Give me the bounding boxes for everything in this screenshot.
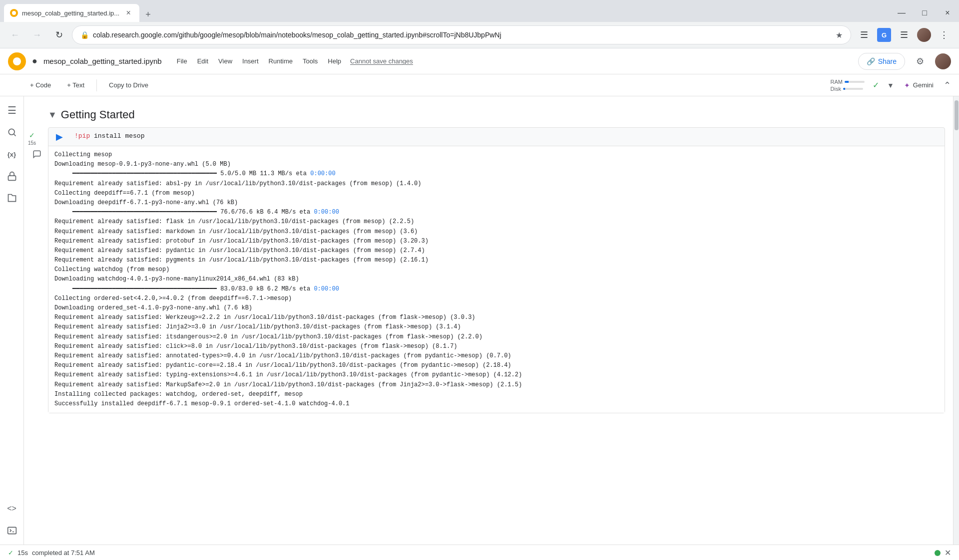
profile-button[interactable] xyxy=(915,26,933,44)
menu-file[interactable]: File xyxy=(172,54,192,68)
browser-chrome: mesop_colab_getting_started.ip... × + — … xyxy=(0,0,959,48)
output-line-progress-2: ━━━━━━━━━━━━━━━━━━━━━━━━━━━━━━━━━━━━━━━━… xyxy=(54,208,939,217)
scrollbar[interactable] xyxy=(953,96,959,545)
sidebar-files-icon[interactable] xyxy=(2,188,22,208)
ram-disk-indicator: RAM Disk ✓ ▼ xyxy=(831,77,894,93)
add-text-label: + Text xyxy=(67,81,84,89)
notebook-filename: mesop_colab_getting_started.ipynb xyxy=(43,57,162,65)
colab-sidebar: ☰ {x} <> xyxy=(0,96,24,545)
gemini-label: Gemini xyxy=(913,81,934,89)
disk-bar xyxy=(843,88,863,90)
add-text-button[interactable]: + Text xyxy=(61,78,90,92)
output-line-22: Requirement already satisfied: MarkupSaf… xyxy=(54,380,939,390)
address-bar[interactable]: 🔒 colab.research.google.com/github/googl… xyxy=(72,25,851,44)
ram-label: RAM xyxy=(831,79,843,85)
menu-edit[interactable]: Edit xyxy=(192,54,213,68)
minimize-button[interactable]: — xyxy=(890,4,913,22)
eta-link-3: 0:00:00 xyxy=(314,285,339,292)
maximize-button[interactable]: □ xyxy=(913,4,936,22)
colab-main: ☰ {x} <> xyxy=(0,96,959,545)
sidebar-terminal-icon[interactable] xyxy=(2,521,22,541)
section-title: Getting Started xyxy=(61,108,135,121)
output-line-progress-3: ━━━━━━━━━━━━━━━━━━━━━━━━━━━━━━━━━━━━━━━━… xyxy=(54,284,939,294)
colab-topbar: ● mesop_colab_getting_started.ipynb File… xyxy=(0,48,959,74)
copy-to-drive-button[interactable]: Copy to Drive xyxy=(103,78,154,92)
output-line-18: Requirement already satisfied: click>=8.… xyxy=(54,342,939,351)
cell-code-display: !pip install mesop xyxy=(70,130,148,144)
output-line-19: Requirement already satisfied: annotated… xyxy=(54,351,939,361)
output-section-icon[interactable] xyxy=(32,150,41,161)
status-close-button[interactable]: ✕ xyxy=(945,548,951,558)
play-icon: ▶ xyxy=(56,131,63,142)
toolbar-divider xyxy=(96,79,97,91)
output-line-progress-1: ━━━━━━━━━━━━━━━━━━━━━━━━━━━━━━━━━━━━━━━━… xyxy=(54,169,939,179)
settings-button[interactable]: ⚙ xyxy=(911,52,929,70)
output-line-10: Requirement already satisfied: pygments … xyxy=(54,256,939,265)
active-tab[interactable]: mesop_colab_getting_started.ip... × xyxy=(4,4,139,22)
forward-button[interactable]: → xyxy=(28,26,46,44)
section-getting-started: ▼ Getting Started xyxy=(24,104,953,125)
more-button[interactable]: ⋮ xyxy=(935,26,953,44)
tab-title: mesop_colab_getting_started.ip... xyxy=(22,9,119,17)
user-avatar[interactable] xyxy=(935,53,951,69)
topbar-right: 🔗 Share ⚙ xyxy=(858,52,951,70)
sidebar-code-icon[interactable]: <> xyxy=(2,499,22,519)
connect-dropdown-button[interactable]: ▼ xyxy=(887,81,894,89)
back-button[interactable]: ← xyxy=(6,26,24,44)
sidebar-toc-icon[interactable]: ☰ xyxy=(2,100,22,120)
tab-close-button[interactable]: × xyxy=(123,8,133,18)
sidebar-secrets-icon[interactable] xyxy=(2,166,22,186)
sidebar-variables-icon[interactable]: {x} xyxy=(2,144,22,164)
output-line-3: Requirement already satisfied: absl-py i… xyxy=(54,179,939,189)
collapse-panel-button[interactable]: ⌃ xyxy=(944,80,951,91)
svg-rect-1 xyxy=(8,176,15,180)
output-line-23: Installing collected packages: watchdog,… xyxy=(54,390,939,399)
cell-command-rest: install mesop xyxy=(90,132,144,140)
cell-run-time: 15s xyxy=(28,140,36,146)
cell-output: Collecting mesop Downloading mesop-0.9.1… xyxy=(48,146,945,413)
close-button[interactable]: × xyxy=(936,4,959,22)
colab-menu: File Edit View Insert Runtime Tools Help… xyxy=(172,54,413,68)
gemini-button[interactable]: ✦ Gemini xyxy=(898,78,940,92)
output-line-9: Requirement already satisfied: pydantic … xyxy=(54,246,939,256)
toolbar-right-section: RAM Disk ✓ ▼ ✦ Gemini ⌃ xyxy=(831,77,952,93)
eta-link-2: 0:00:00 xyxy=(314,209,339,216)
add-code-button[interactable]: + Code xyxy=(24,78,57,92)
colab-toolbar: + Code + Text Copy to Drive RAM Disk xyxy=(0,74,959,96)
copy-drive-label: Copy to Drive xyxy=(109,81,148,89)
menu-runtime[interactable]: Runtime xyxy=(264,54,298,68)
scrollbar-thumb[interactable] xyxy=(955,100,959,130)
share-link-icon: 🔗 xyxy=(867,57,875,65)
menu-help[interactable]: Help xyxy=(323,54,346,68)
share-button[interactable]: 🔗 Share xyxy=(858,53,905,70)
menu-insert[interactable]: Insert xyxy=(237,54,264,68)
colab-app: ● mesop_colab_getting_started.ipynb File… xyxy=(0,48,959,560)
output-line-5: Downloading deepdiff-6.7.1-py3-none-any.… xyxy=(54,198,939,208)
refresh-button[interactable]: ↻ xyxy=(50,26,68,44)
bookmark-icon[interactable]: ★ xyxy=(836,30,843,40)
output-line-12: Downloading watchdog-4.0.1-py3-none-many… xyxy=(54,275,939,284)
bookmarks-button[interactable]: ☰ xyxy=(895,26,913,44)
cell-header: ▶ !pip install mesop xyxy=(48,128,945,146)
sidebar-search-icon[interactable] xyxy=(2,122,22,142)
menu-tools[interactable]: Tools xyxy=(298,54,323,68)
output-line-17: Requirement already satisfied: itsdanger… xyxy=(54,332,939,342)
output-line-4: Collecting deepdiff==6.7.1 (from mesop) xyxy=(54,189,939,198)
run-cell-button[interactable]: ▶ xyxy=(52,130,66,144)
new-tab-button[interactable]: + xyxy=(141,7,155,22)
gemini-sparkle-icon: ✦ xyxy=(904,81,910,89)
section-collapse-arrow[interactable]: ▼ xyxy=(48,110,57,120)
svg-point-0 xyxy=(8,129,14,135)
ram-bar xyxy=(845,81,865,83)
colab-logo xyxy=(8,52,26,70)
cannot-save-link[interactable]: Cannot save changes xyxy=(350,57,413,65)
google-button[interactable]: G xyxy=(875,26,893,44)
output-line-15: Requirement already satisfied: Werkzeug>… xyxy=(54,313,939,322)
extensions-button[interactable]: ☰ xyxy=(855,26,873,44)
svg-rect-2 xyxy=(7,527,16,534)
menu-view[interactable]: View xyxy=(213,54,237,68)
connect-button[interactable]: ✓ xyxy=(867,77,885,93)
cell-container: ✓ 15s ▶ !pip install mesop xyxy=(24,127,953,413)
status-dot xyxy=(935,550,941,556)
eta-link-1: 0:00:00 xyxy=(310,170,335,177)
